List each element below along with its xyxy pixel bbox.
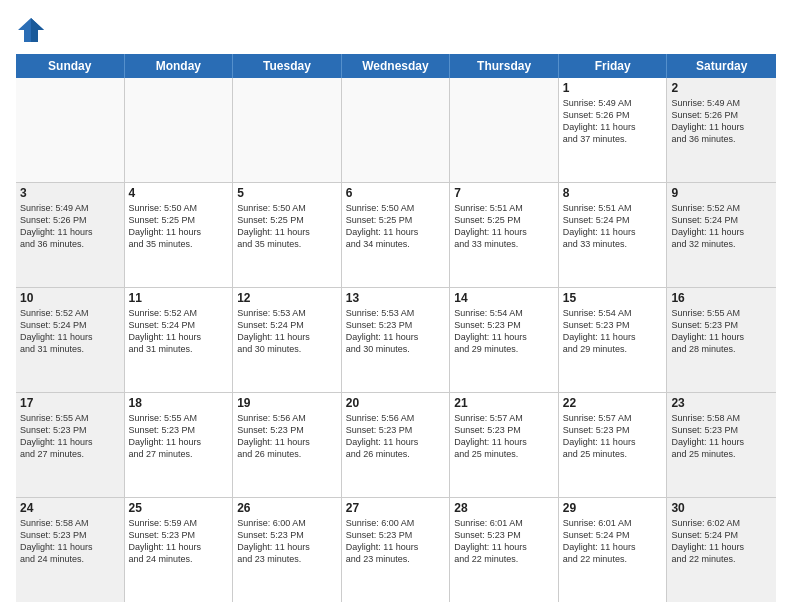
cell-info: Sunrise: 5:53 AMSunset: 5:23 PMDaylight:…	[346, 307, 446, 356]
cell-info: Sunrise: 5:52 AMSunset: 5:24 PMDaylight:…	[129, 307, 229, 356]
calendar-cell-29: 29Sunrise: 6:01 AMSunset: 5:24 PMDayligh…	[559, 498, 668, 602]
calendar-row-2: 10Sunrise: 5:52 AMSunset: 5:24 PMDayligh…	[16, 288, 776, 393]
cell-info: Sunrise: 5:50 AMSunset: 5:25 PMDaylight:…	[237, 202, 337, 251]
header-day-friday: Friday	[559, 54, 668, 78]
calendar-cell-18: 18Sunrise: 5:55 AMSunset: 5:23 PMDayligh…	[125, 393, 234, 497]
calendar-cell-3: 3Sunrise: 5:49 AMSunset: 5:26 PMDaylight…	[16, 183, 125, 287]
cell-info: Sunrise: 5:49 AMSunset: 5:26 PMDaylight:…	[563, 97, 663, 146]
calendar-cell-1: 1Sunrise: 5:49 AMSunset: 5:26 PMDaylight…	[559, 78, 668, 182]
cell-info: Sunrise: 5:54 AMSunset: 5:23 PMDaylight:…	[563, 307, 663, 356]
day-number: 16	[671, 291, 772, 305]
calendar-cell-17: 17Sunrise: 5:55 AMSunset: 5:23 PMDayligh…	[16, 393, 125, 497]
page: SundayMondayTuesdayWednesdayThursdayFrid…	[0, 0, 792, 612]
day-number: 9	[671, 186, 772, 200]
day-number: 14	[454, 291, 554, 305]
calendar-header: SundayMondayTuesdayWednesdayThursdayFrid…	[16, 54, 776, 78]
day-number: 12	[237, 291, 337, 305]
day-number: 30	[671, 501, 772, 515]
calendar-cell-12: 12Sunrise: 5:53 AMSunset: 5:24 PMDayligh…	[233, 288, 342, 392]
svg-marker-1	[31, 18, 44, 42]
day-number: 25	[129, 501, 229, 515]
day-number: 23	[671, 396, 772, 410]
calendar-cell-14: 14Sunrise: 5:54 AMSunset: 5:23 PMDayligh…	[450, 288, 559, 392]
calendar-cell-15: 15Sunrise: 5:54 AMSunset: 5:23 PMDayligh…	[559, 288, 668, 392]
calendar-cell-10: 10Sunrise: 5:52 AMSunset: 5:24 PMDayligh…	[16, 288, 125, 392]
cell-info: Sunrise: 5:50 AMSunset: 5:25 PMDaylight:…	[346, 202, 446, 251]
day-number: 4	[129, 186, 229, 200]
day-number: 11	[129, 291, 229, 305]
day-number: 24	[20, 501, 120, 515]
calendar-cell-4: 4Sunrise: 5:50 AMSunset: 5:25 PMDaylight…	[125, 183, 234, 287]
day-number: 22	[563, 396, 663, 410]
calendar-cell-9: 9Sunrise: 5:52 AMSunset: 5:24 PMDaylight…	[667, 183, 776, 287]
cell-info: Sunrise: 5:57 AMSunset: 5:23 PMDaylight:…	[563, 412, 663, 461]
logo-icon	[16, 16, 46, 44]
day-number: 6	[346, 186, 446, 200]
day-number: 17	[20, 396, 120, 410]
cell-info: Sunrise: 5:58 AMSunset: 5:23 PMDaylight:…	[671, 412, 772, 461]
cell-info: Sunrise: 5:58 AMSunset: 5:23 PMDaylight:…	[20, 517, 120, 566]
cell-info: Sunrise: 5:54 AMSunset: 5:23 PMDaylight:…	[454, 307, 554, 356]
cell-info: Sunrise: 5:50 AMSunset: 5:25 PMDaylight:…	[129, 202, 229, 251]
calendar-cell-6: 6Sunrise: 5:50 AMSunset: 5:25 PMDaylight…	[342, 183, 451, 287]
calendar-cell-24: 24Sunrise: 5:58 AMSunset: 5:23 PMDayligh…	[16, 498, 125, 602]
cell-info: Sunrise: 5:56 AMSunset: 5:23 PMDaylight:…	[237, 412, 337, 461]
cell-info: Sunrise: 5:56 AMSunset: 5:23 PMDaylight:…	[346, 412, 446, 461]
calendar-cell-empty-0	[16, 78, 125, 182]
day-number: 29	[563, 501, 663, 515]
cell-info: Sunrise: 5:49 AMSunset: 5:26 PMDaylight:…	[20, 202, 120, 251]
cell-info: Sunrise: 6:02 AMSunset: 5:24 PMDaylight:…	[671, 517, 772, 566]
calendar-cell-empty-3	[342, 78, 451, 182]
day-number: 15	[563, 291, 663, 305]
day-number: 27	[346, 501, 446, 515]
calendar-row-0: 1Sunrise: 5:49 AMSunset: 5:26 PMDaylight…	[16, 78, 776, 183]
day-number: 5	[237, 186, 337, 200]
calendar-cell-30: 30Sunrise: 6:02 AMSunset: 5:24 PMDayligh…	[667, 498, 776, 602]
header-day-sunday: Sunday	[16, 54, 125, 78]
calendar-row-1: 3Sunrise: 5:49 AMSunset: 5:26 PMDaylight…	[16, 183, 776, 288]
calendar-row-4: 24Sunrise: 5:58 AMSunset: 5:23 PMDayligh…	[16, 498, 776, 602]
day-number: 20	[346, 396, 446, 410]
day-number: 3	[20, 186, 120, 200]
day-number: 7	[454, 186, 554, 200]
day-number: 19	[237, 396, 337, 410]
calendar-body: 1Sunrise: 5:49 AMSunset: 5:26 PMDaylight…	[16, 78, 776, 602]
calendar-cell-20: 20Sunrise: 5:56 AMSunset: 5:23 PMDayligh…	[342, 393, 451, 497]
calendar: SundayMondayTuesdayWednesdayThursdayFrid…	[16, 54, 776, 602]
calendar-cell-13: 13Sunrise: 5:53 AMSunset: 5:23 PMDayligh…	[342, 288, 451, 392]
cell-info: Sunrise: 5:55 AMSunset: 5:23 PMDaylight:…	[129, 412, 229, 461]
calendar-cell-empty-1	[125, 78, 234, 182]
cell-info: Sunrise: 5:55 AMSunset: 5:23 PMDaylight:…	[671, 307, 772, 356]
cell-info: Sunrise: 6:00 AMSunset: 5:23 PMDaylight:…	[237, 517, 337, 566]
calendar-cell-2: 2Sunrise: 5:49 AMSunset: 5:26 PMDaylight…	[667, 78, 776, 182]
day-number: 18	[129, 396, 229, 410]
calendar-cell-empty-2	[233, 78, 342, 182]
day-number: 1	[563, 81, 663, 95]
header-day-thursday: Thursday	[450, 54, 559, 78]
header-day-monday: Monday	[125, 54, 234, 78]
cell-info: Sunrise: 6:01 AMSunset: 5:23 PMDaylight:…	[454, 517, 554, 566]
cell-info: Sunrise: 5:53 AMSunset: 5:24 PMDaylight:…	[237, 307, 337, 356]
calendar-cell-16: 16Sunrise: 5:55 AMSunset: 5:23 PMDayligh…	[667, 288, 776, 392]
calendar-cell-19: 19Sunrise: 5:56 AMSunset: 5:23 PMDayligh…	[233, 393, 342, 497]
calendar-cell-23: 23Sunrise: 5:58 AMSunset: 5:23 PMDayligh…	[667, 393, 776, 497]
calendar-cell-8: 8Sunrise: 5:51 AMSunset: 5:24 PMDaylight…	[559, 183, 668, 287]
day-number: 13	[346, 291, 446, 305]
calendar-cell-28: 28Sunrise: 6:01 AMSunset: 5:23 PMDayligh…	[450, 498, 559, 602]
header-day-wednesday: Wednesday	[342, 54, 451, 78]
cell-info: Sunrise: 5:51 AMSunset: 5:25 PMDaylight:…	[454, 202, 554, 251]
cell-info: Sunrise: 5:52 AMSunset: 5:24 PMDaylight:…	[20, 307, 120, 356]
calendar-cell-27: 27Sunrise: 6:00 AMSunset: 5:23 PMDayligh…	[342, 498, 451, 602]
header-day-tuesday: Tuesday	[233, 54, 342, 78]
header-day-saturday: Saturday	[667, 54, 776, 78]
logo	[16, 16, 50, 44]
calendar-cell-11: 11Sunrise: 5:52 AMSunset: 5:24 PMDayligh…	[125, 288, 234, 392]
cell-info: Sunrise: 5:52 AMSunset: 5:24 PMDaylight:…	[671, 202, 772, 251]
header	[16, 16, 776, 44]
cell-info: Sunrise: 5:49 AMSunset: 5:26 PMDaylight:…	[671, 97, 772, 146]
calendar-cell-22: 22Sunrise: 5:57 AMSunset: 5:23 PMDayligh…	[559, 393, 668, 497]
day-number: 2	[671, 81, 772, 95]
day-number: 8	[563, 186, 663, 200]
calendar-cell-21: 21Sunrise: 5:57 AMSunset: 5:23 PMDayligh…	[450, 393, 559, 497]
day-number: 10	[20, 291, 120, 305]
